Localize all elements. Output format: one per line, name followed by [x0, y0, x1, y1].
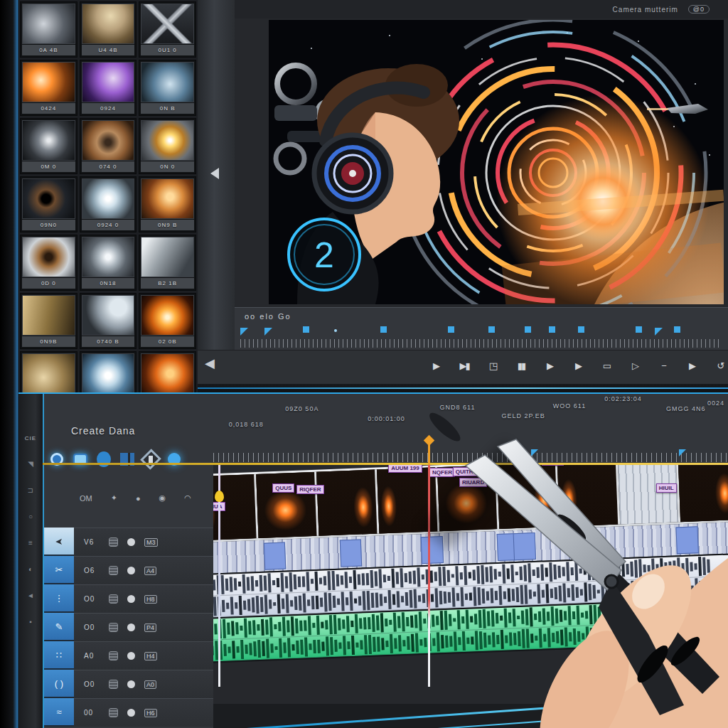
media-item[interactable]: 0424	[20, 60, 77, 116]
media-item[interactable]: 0N9 B	[139, 176, 196, 232]
track-enable-toggle[interactable]	[127, 538, 135, 546]
pen-tool[interactable]: ✎	[44, 613, 74, 641]
hand-tool[interactable]: ( )	[44, 670, 74, 698]
media-item[interactable]: 074 0	[80, 118, 137, 174]
track-lock-icon[interactable]	[109, 623, 118, 632]
scrub-marker-tri[interactable]	[264, 328, 272, 336]
track-lock-icon[interactable]	[109, 566, 118, 575]
back-button[interactable]: ◀	[205, 355, 215, 371]
overlay-clip-segment[interactable]	[339, 539, 362, 567]
media-item[interactable]: U4 4B	[80, 1, 137, 58]
scrub-marker-sq[interactable]	[578, 326, 584, 333]
track-header[interactable]: O0P4	[74, 613, 213, 641]
panel-divider[interactable]	[198, 0, 235, 407]
media-item[interactable]: 0M 0	[20, 118, 77, 174]
track-header[interactable]: V6M3	[74, 528, 213, 556]
pause-button[interactable]: ▮▮	[512, 356, 530, 375]
slip-tool[interactable]: ∷	[44, 641, 74, 670]
waveform-bar	[366, 573, 370, 586]
loop-button[interactable]: ↺	[711, 356, 728, 375]
media-thumbnail	[141, 4, 194, 44]
media-item[interactable]: B2 1B	[139, 235, 196, 291]
track-lock-icon[interactable]	[109, 537, 118, 547]
media-item[interactable]: 0740 B	[80, 293, 137, 349]
waveform-bar	[394, 638, 397, 648]
track-enable-toggle[interactable]	[127, 652, 135, 660]
secondary-tool-icon[interactable]: OM	[80, 494, 92, 503]
media-item[interactable]: 0924	[80, 60, 137, 116]
track-lock-icon[interactable]	[109, 651, 118, 660]
track-lock-icon[interactable]	[109, 594, 118, 604]
media-item[interactable]: 0N 0	[139, 118, 196, 174]
track-enable-toggle[interactable]	[127, 567, 135, 574]
play-button-3[interactable]: ▶	[569, 356, 587, 375]
selection-tool[interactable]: ➤	[44, 528, 74, 556]
scrub-marker-sq[interactable]	[380, 326, 387, 333]
waveform-bar	[283, 642, 287, 653]
scrub-marker-sq[interactable]	[303, 326, 309, 333]
media-caption: 0740 B	[82, 336, 135, 347]
scrub-marker-sq[interactable]	[488, 326, 495, 333]
zoom-tool[interactable]: ≈	[44, 698, 74, 727]
overlay-clip-segment[interactable]	[264, 542, 287, 570]
monitor-title: Camera mutterim	[613, 6, 678, 14]
media-item[interactable]: 0N B	[139, 60, 196, 116]
waveform-bar	[270, 644, 273, 653]
stop-button[interactable]: ◳	[483, 356, 502, 375]
waveform-bar	[299, 595, 302, 611]
scrub-marker-tri[interactable]	[655, 328, 663, 336]
track-header[interactable]: 00H6	[74, 698, 213, 727]
media-item[interactable]: 0A 4B	[20, 1, 77, 58]
media-item[interactable]: 09N0	[20, 176, 77, 232]
track-enable-toggle[interactable]	[127, 595, 135, 603]
track-header[interactable]: O0H8	[74, 584, 213, 613]
scrub-marker-sq[interactable]	[674, 326, 680, 333]
edit-playhead[interactable]	[218, 465, 220, 687]
track-header[interactable]: A0H4	[74, 641, 213, 670]
skip-end-button[interactable]: ▶▮	[455, 356, 473, 375]
play-button-4[interactable]: ▶	[682, 356, 701, 375]
secondary-tool-icon[interactable]: ✦	[111, 493, 117, 503]
waveform-bar	[213, 646, 214, 655]
collapse-arrow-icon[interactable]	[210, 168, 219, 179]
scrub-ruler[interactable]	[240, 329, 722, 348]
waveform-bar	[279, 638, 282, 658]
media-item[interactable]: 0N18	[80, 235, 137, 291]
media-item[interactable]: 0924 0	[80, 176, 137, 232]
media-item[interactable]: 0N9B	[20, 293, 77, 349]
scrub-marker-sq[interactable]	[549, 326, 555, 333]
scrub-marker-sq[interactable]	[525, 326, 531, 333]
secondary-tool-icon[interactable]: ●	[136, 494, 141, 503]
track-lock-icon[interactable]	[109, 680, 118, 689]
media-item[interactable]: 0D 0	[20, 235, 77, 291]
scrub-marker-dot[interactable]	[334, 329, 337, 332]
track-header[interactable]: O0A0	[74, 670, 213, 698]
track-enable-toggle[interactable]	[127, 709, 135, 717]
secondary-tool-icon[interactable]: ◉	[159, 493, 166, 503]
monitor-button[interactable]: ▭	[597, 356, 616, 375]
track-enable-toggle[interactable]	[127, 680, 135, 688]
secondary-tool-icon[interactable]: ◠	[184, 493, 191, 503]
track-select-tool[interactable]: ⋮	[44, 584, 74, 613]
waveform-bar	[377, 636, 380, 651]
media-item[interactable]: 02 0B	[139, 293, 196, 349]
track-lock-icon[interactable]	[109, 708, 118, 717]
play-button-2[interactable]: ▶	[540, 356, 559, 375]
waveform-bar	[326, 636, 329, 656]
dash-button[interactable]: −	[654, 356, 673, 375]
media-thumbnail	[22, 120, 75, 161]
play-button[interactable]: ▶	[427, 356, 445, 375]
play-outline-button[interactable]: ▷	[626, 356, 644, 375]
razor-tool[interactable]: ✂	[44, 556, 74, 584]
ruler-timecode-label: 09Z0 50A	[285, 405, 318, 412]
scrub-marker-sq[interactable]	[636, 326, 642, 333]
waveform-bar	[321, 642, 324, 651]
track-label: V6	[84, 538, 100, 546]
scrub-marker-tri[interactable]	[240, 328, 248, 336]
waveform-bar	[375, 592, 379, 607]
media-item[interactable]: 0U1 0	[139, 1, 196, 58]
scrub-marker-sq[interactable]	[448, 326, 454, 333]
track-header[interactable]: O6A4	[74, 556, 213, 584]
track-enable-toggle[interactable]	[127, 623, 135, 631]
waveform-bar	[381, 638, 385, 651]
